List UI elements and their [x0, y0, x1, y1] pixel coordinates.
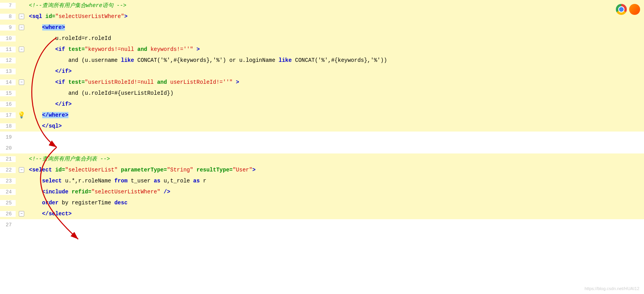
xml-string: userListRoleId!=''": [167, 79, 233, 85]
xml-attr-keyword: and: [157, 79, 167, 85]
code-indent: [29, 101, 55, 107]
line-number: 12: [0, 58, 16, 63]
line-number: 22: [0, 167, 16, 173]
xml-attr: resultType=: [197, 167, 233, 173]
line-gutter: −: [16, 14, 27, 19]
line-number: 21: [0, 156, 16, 162]
line-number: 11: [0, 47, 16, 52]
xml-tag: >: [193, 46, 200, 52]
xml-tag-highlighted: </where>: [42, 112, 68, 118]
code-plain: and (u.roleId=#{userListRoleId}): [68, 90, 174, 96]
code-indent: [29, 211, 42, 217]
line-number: 8: [0, 14, 16, 20]
line-content: <!--查询所有用户集合where语句 -->: [27, 0, 644, 11]
xml-string: "String": [167, 167, 197, 173]
code-indent: [29, 79, 55, 85]
sql-keyword: order: [42, 200, 59, 206]
line-content: </if>: [27, 66, 644, 77]
xml-attr: parameterType=: [121, 167, 167, 173]
bulb-icon: 💡: [18, 111, 25, 119]
line-content: <select id="selectUserList" parameterTyp…: [27, 164, 644, 175]
fold-icon[interactable]: −: [19, 25, 24, 30]
code-indent: [29, 178, 42, 184]
fold-icon[interactable]: −: [19, 167, 24, 173]
line-gutter: −: [16, 25, 27, 30]
fold-icon[interactable]: −: [19, 211, 24, 216]
line-number: 19: [0, 134, 16, 140]
line-number: 13: [0, 69, 16, 74]
code-line: 20: [0, 142, 644, 153]
code-line: 10 u.roleId=r.roleId: [0, 33, 644, 44]
line-content: u.roleId=r.roleId: [27, 33, 644, 44]
fold-icon[interactable]: −: [19, 14, 24, 19]
code-indent: [29, 123, 42, 129]
line-content: <include refid="selectUserListWhere" />: [27, 186, 644, 197]
line-content: [27, 142, 644, 153]
sql-keyword: desc: [114, 200, 127, 206]
line-content: </where>: [27, 110, 644, 121]
line-content: <where>: [27, 22, 644, 33]
line-number: 14: [0, 79, 16, 85]
code-line: 21<!--查询所有用户集合列表 -->: [0, 153, 644, 164]
line-gutter: −: [16, 79, 27, 85]
line-number: 18: [0, 123, 16, 129]
xml-string: "selectUserList": [65, 167, 121, 173]
code-indent: [29, 189, 42, 195]
fold-icon[interactable]: −: [19, 79, 24, 85]
code-plain: CONCAT('%',#{keywords},'%')): [292, 57, 387, 63]
code-plain: t_user: [127, 178, 154, 184]
xml-tag: >: [252, 167, 255, 173]
line-number: 27: [0, 222, 16, 228]
line-gutter: 💡: [16, 111, 27, 119]
code-line: 8−<sql id="selectUserListWhere">: [0, 11, 644, 22]
line-content: select u.*,r.roleName from t_user as u,t…: [27, 175, 644, 186]
xml-string: keywords!=''": [147, 46, 193, 52]
sql-keyword: as: [193, 178, 200, 184]
code-line: 9− <where>: [0, 22, 644, 33]
fold-icon[interactable]: −: [19, 47, 24, 52]
code-plain: u.*,r.roleName: [62, 178, 114, 184]
code-line: 26− </select>: [0, 208, 644, 219]
code-indent: [29, 35, 55, 41]
line-content: [27, 219, 644, 230]
code-plain: CONCAT('%',#{keywords},'%'): [134, 57, 230, 63]
xml-attr: id=: [55, 167, 65, 173]
xml-string: "selectUserListWhere": [91, 189, 160, 195]
xml-tag: <if: [55, 46, 68, 52]
code-plain: u.loginName: [236, 57, 278, 63]
xml-tag: >: [124, 13, 127, 20]
line-content: and (u.roleId=#{userListRoleId}): [27, 88, 644, 99]
xml-string: "keywords!=null: [85, 46, 137, 52]
code-indent: [29, 57, 68, 63]
line-number: 20: [0, 145, 16, 151]
code-line: 7<!--查询所有用户集合where语句 -->: [0, 0, 644, 11]
xml-tag: <include: [42, 189, 72, 195]
code-plain: u.roleId=r.roleId: [55, 35, 111, 41]
xml-tag: </sql>: [42, 123, 62, 129]
line-number: 9: [0, 25, 16, 31]
code-indent: [29, 200, 42, 206]
xml-tag-highlighted: <where>: [42, 24, 65, 31]
xml-attr: test=: [68, 46, 85, 52]
xml-tag: </if>: [55, 68, 72, 74]
line-gutter: −: [16, 47, 27, 52]
line-content: and (u.username like CONCAT('%',#{keywor…: [27, 55, 644, 66]
sql-keyword: select: [42, 178, 62, 184]
code-line: 14− <if test="userListRoleId!=null and u…: [0, 77, 644, 88]
line-gutter: −: [16, 167, 27, 173]
xml-tag: <sql: [29, 13, 45, 20]
sql-keyword: like: [121, 57, 134, 63]
code-line: 24 <include refid="selectUserListWhere" …: [0, 186, 644, 197]
code-plain: r: [200, 178, 206, 184]
code-area: 7<!--查询所有用户集合where语句 -->8−<sql id="selec…: [0, 0, 644, 294]
code-line: 16 </if>: [0, 99, 644, 110]
code-line: 22−<select id="selectUserList" parameter…: [0, 164, 644, 175]
xml-string: "User": [233, 167, 252, 173]
code-line: 11− <if test="keywords!=null and keyword…: [0, 44, 644, 55]
xml-attr: id=: [45, 13, 55, 20]
code-indent: [29, 112, 42, 118]
code-line: 13 </if>: [0, 66, 644, 77]
code-indent: [29, 68, 55, 74]
xml-tag: </select>: [42, 211, 72, 217]
line-content: order by registerTime desc: [27, 197, 644, 208]
